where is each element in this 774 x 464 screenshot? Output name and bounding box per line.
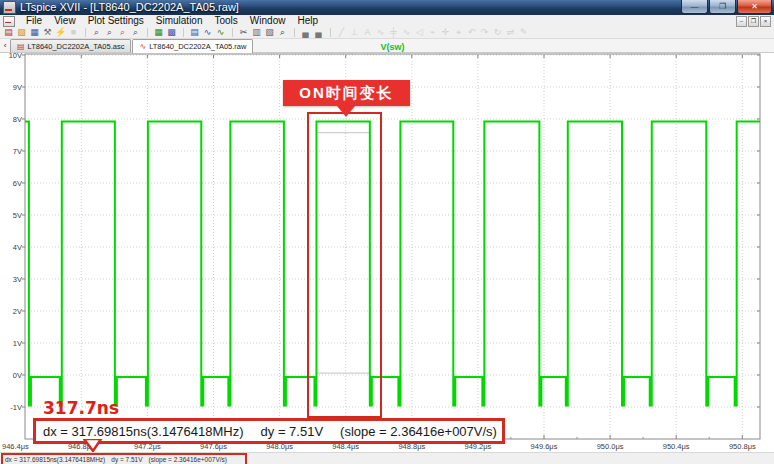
measurement-callout-box: dx = 317.69815ns(3.1476418MHz) dy = 7.51… <box>33 418 505 444</box>
status-dy: dy = 7.51V <box>111 456 142 463</box>
pulse-highlight-rect <box>307 112 382 418</box>
y-axis-tick-label: 10V <box>9 51 22 60</box>
y-axis-tick-label: 1V <box>13 339 22 348</box>
x-axis-tick-label: 950.8μs <box>729 442 756 451</box>
y-axis-tick-label: 9V <box>13 83 22 92</box>
status-measurement-highlight: dx = 317.69815ns(3.1476418MHz) dy = 7.51… <box>1 453 247 464</box>
y-axis-tick-label: 4V <box>13 243 22 252</box>
dy-value: dy = 7.51V <box>261 424 324 439</box>
x-axis-tick-label: 950.4μs <box>663 442 690 451</box>
slope-value: (slope = 2.36416e+007V/s) <box>340 424 497 439</box>
y-axis-tick-label: -1V <box>10 403 22 412</box>
status-dx: dx = 317.69815ns(3.1476418MHz) <box>5 456 105 463</box>
vsw-trace <box>25 122 760 406</box>
x-axis-tick-label: 950.0μs <box>597 442 624 451</box>
y-axis-tick-label: 5V <box>13 211 22 220</box>
x-axis-tick-label: 949.6μs <box>531 442 558 451</box>
status-slope: (slope = 2.36416e+007V/s) <box>149 456 227 463</box>
y-axis-tick-label: 6V <box>13 179 22 188</box>
dx-value: dx = 317.69815ns(3.1476418MHz) <box>43 424 244 439</box>
y-axis-tick-label: 7V <box>13 147 22 156</box>
y-axis-tick-label: 8V <box>13 115 22 124</box>
callout-on-time-longer: ON时间变长 <box>283 80 410 106</box>
x-axis-tick-label: 946.4μs <box>2 442 29 451</box>
time-measurement-label: 317.7ns <box>43 398 119 418</box>
status-bar: dx = 317.69815ns(3.1476418MHz) dy = 7.51… <box>0 452 774 464</box>
callout-pointer-icon <box>83 439 103 453</box>
y-axis-tick-label: 3V <box>13 275 22 284</box>
y-axis-tick-label: 0V <box>13 371 22 380</box>
y-axis-tick-label: 2V <box>13 307 22 316</box>
